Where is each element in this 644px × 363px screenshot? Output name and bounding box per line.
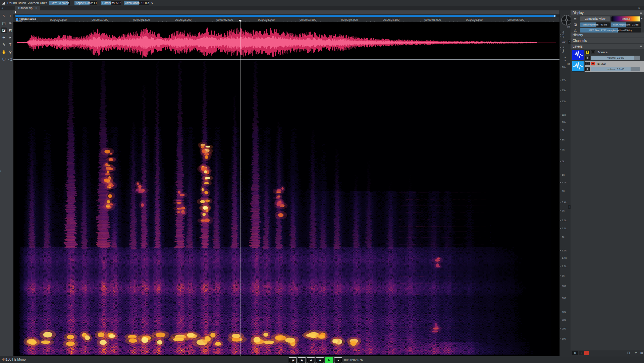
normal-mode-icon[interactable]: ▪ — [579, 351, 584, 355]
freq-tick-label: 600 — [562, 296, 566, 299]
view-mode-button[interactable]: Composite View — [580, 16, 610, 21]
toolbar-param-1[interactable]: Aspect Ratio: 1.00 — [74, 1, 97, 5]
layer-color-swatch[interactable] — [591, 50, 595, 54]
min-amplitude-field[interactable]: Min Amplitude: -93 dB — [580, 22, 610, 27]
db-tick — [560, 47, 561, 48]
link-channels-icon[interactable]: ⊗ — [572, 351, 578, 355]
toolbar-param-3[interactable]: Attenuation: 18.0 dB — [124, 1, 149, 5]
tab-scroll-left-icon[interactable]: « — [1, 6, 3, 10]
playback-tool[interactable]: ◁) — [7, 56, 13, 62]
eraser-tool[interactable]: ◪ — [1, 27, 7, 33]
contrast-toggle-icon[interactable]: ◑ — [151, 1, 153, 5]
horizontal-scrollbar[interactable] — [13, 14, 559, 17]
freq-tick-label: 1.2k — [562, 265, 567, 268]
freq-tick — [560, 320, 561, 320]
freq-tick — [560, 220, 561, 221]
fft-icon: △ — [573, 28, 578, 32]
toolbar-param-0[interactable]: Size: 53 pixels — [49, 1, 70, 5]
layer-thumbnail[interactable] — [572, 61, 584, 72]
layer-fx-swatch[interactable] — [585, 56, 590, 60]
freq-tick-label: 13k — [562, 100, 566, 103]
freq-tick-label: 2.3k — [562, 227, 567, 230]
right-panel: Display≡ ≣ Composite View Inferno ▼ ◪ Mi… — [571, 10, 644, 356]
layer-fx-swatch[interactable] — [585, 67, 590, 71]
clone-stamp-tool[interactable]: ◩ — [7, 27, 13, 33]
history-panel-header[interactable]: History — [571, 33, 644, 38]
chevron-down-icon[interactable]: ▼ — [641, 17, 643, 20]
colormap-selector[interactable]: Inferno — [611, 16, 640, 21]
toolbar-param-2[interactable]: Hardness: 50 % — [101, 1, 121, 5]
spectral-canvas-area[interactable]: Tempo: 136.0 0.00000:00:00.50000:00:01.0… — [13, 10, 559, 356]
panel-collapse-right-icon[interactable]: » — [638, 6, 640, 10]
status-bar: 44100 Hz Mono |◀▶|⇄■▶● 00:00:02.676 — [0, 356, 644, 363]
menu-icon[interactable]: ≡ — [640, 10, 642, 15]
stop-button[interactable]: ■ — [316, 357, 324, 363]
knife-tool[interactable]: ✂ — [7, 35, 13, 41]
toolbar-param-label: Hardness: 50 % — [101, 1, 121, 5]
hand-tool[interactable]: ✋ — [1, 49, 7, 55]
tab-tutorial[interactable]: Tutorial.slp× — [15, 6, 40, 10]
freq-tick-label: 7k — [562, 148, 565, 151]
draw-tool[interactable]: ✎ — [1, 42, 7, 48]
sample-format-label: 44100 Hz Mono — [2, 358, 26, 361]
transform-tool[interactable]: T — [7, 42, 13, 48]
freq-tick — [560, 182, 561, 183]
erase-mode-icon[interactable]: ▪ — [584, 351, 589, 355]
loop-button[interactable]: ⇄ — [307, 357, 315, 363]
split-layer-icon[interactable]: ⋎ — [634, 351, 638, 355]
scrollbar-thumb[interactable] — [15, 15, 556, 17]
display-panel-header[interactable]: Display≡ — [571, 10, 644, 15]
close-icon[interactable]: × — [36, 6, 37, 10]
layer-name[interactable]: Source — [597, 50, 607, 54]
time-ruler[interactable]: Tempo: 136.0 0.00000:00:00.50000:00:01.0… — [13, 17, 559, 22]
waveform-thumb-icon — [572, 61, 584, 71]
brush-type-dropdown[interactable]: Round Brush▼ — [7, 0, 30, 6]
layer-row-erase[interactable]: Erasevolume: 0.0 dB — [571, 61, 644, 72]
menu-icon[interactable]: ≡ — [640, 44, 642, 49]
new-layer-icon[interactable]: ❏ — [626, 351, 631, 355]
toolbar-param-label: Attenuation: 18.0 dB — [124, 1, 149, 5]
waveform-display[interactable] — [13, 22, 559, 59]
freq-tick — [560, 161, 561, 162]
layer-name[interactable]: Erase — [597, 62, 606, 65]
layers-panel-header[interactable]: Layers≡ — [571, 44, 644, 49]
play-button[interactable]: ▶ — [325, 357, 333, 363]
go-to-end-button[interactable]: ▶| — [298, 357, 306, 363]
amplitude-range-icon: ◪ — [573, 23, 578, 26]
zoom-tool[interactable]: ⚲ — [7, 49, 13, 55]
brush-tool[interactable]: ✑ — [7, 20, 13, 26]
max-amplitude-field[interactable]: Max Amplitude: -21 dB — [611, 22, 641, 27]
go-to-start-button[interactable]: |◀ — [289, 357, 297, 363]
db-tick — [560, 34, 561, 35]
toolbar-param-label: Aspect Ratio: 1.00 — [74, 1, 97, 5]
db-tick-label: -inf — [562, 41, 565, 44]
move-tool[interactable]: ⇖ — [1, 13, 7, 19]
spectrogram-display[interactable] — [13, 60, 559, 356]
record-button[interactable]: ● — [334, 357, 342, 363]
layer-thumbnail[interactable] — [572, 50, 584, 60]
scrollbar-knob[interactable] — [554, 15, 555, 17]
time-selection-tool[interactable]: I — [7, 13, 13, 19]
rectangle-selection-tool[interactable]: ▢ — [1, 20, 7, 26]
freq-tick-label: 3.4k — [562, 200, 567, 203]
layer-mode-swatch[interactable] — [585, 62, 590, 65]
channels-panel-header[interactable]: Channels — [571, 38, 644, 43]
units-dropdown[interactable]: Screen Units▼ — [29, 0, 51, 6]
freq-tick — [560, 149, 561, 150]
layer-color-swatch[interactable] — [591, 62, 595, 65]
fft-size-field[interactable]: FFT Size: 1792 samples (41ms/25Hz) — [580, 28, 641, 33]
heal-tool[interactable]: ✛ — [1, 35, 7, 41]
layer-row-source[interactable]: Sourcevolume: 0.0 dB — [571, 50, 644, 61]
freq-tick — [560, 130, 561, 130]
layer-volume-slider[interactable]: volume: 0.0 dB — [591, 56, 640, 60]
eraser-icon: ◪ — [2, 1, 5, 5]
resize-down-icon[interactable]: ▼ — [564, 60, 566, 62]
freq-tick-label: 4.5k — [562, 181, 567, 184]
layer-mode-swatch[interactable] — [585, 50, 590, 54]
layer-volume-slider[interactable]: volume: 0.0 dB — [591, 67, 640, 71]
view-3d-tool[interactable]: ⬡ — [1, 56, 7, 62]
resize-up-icon[interactable]: ▲ — [564, 56, 566, 58]
db-tick — [560, 37, 561, 37]
panel-reveal-left-icon[interactable]: ‹ — [0, 169, 1, 173]
delete-layer-icon[interactable]: ▤ — [640, 351, 644, 355]
